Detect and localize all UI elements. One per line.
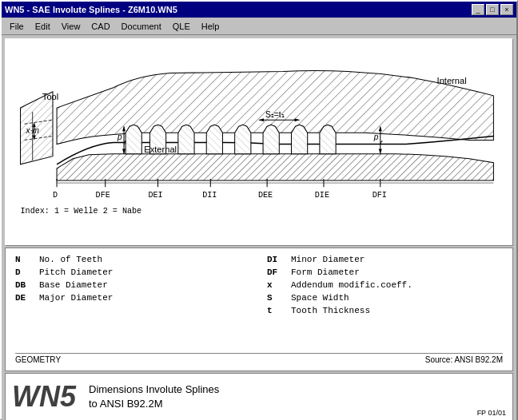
menu-qle[interactable]: QLE [168,21,195,32]
legend-desc-d: Pitch Diameter [39,267,251,277]
legend-sym-n: N [15,255,39,264]
legend-sym-df: DF [267,267,291,277]
legend-desc-x: Addendum modific.coeff. [291,280,503,290]
legend-desc-db: Base Diameter [39,280,251,290]
legend-row-t: t Tooth Thickness [267,306,503,315]
menu-file[interactable]: File [5,21,29,32]
svg-marker-13 [57,154,493,180]
legend-sym-x: x [267,280,291,290]
wn5-desc-line2: to ANSI B92.2M [89,397,219,411]
info-bar: WN5 Dimensions Involute Splines to ANSI … [5,373,513,420]
svg-text:Index:   1 = Welle   2 = Nabe: Index: 1 = Welle 2 = Nabe [21,207,142,216]
svg-text:p: p [117,133,122,141]
spline-diagram: x·m [6,39,512,245]
legend-panel: N No. of Teeth D Pitch Diameter DB Base … [5,248,513,371]
legend-sym-di: DI [267,255,291,264]
legend-row-n: N No. of Teeth [15,255,251,264]
legend-row-db: DB Base Diameter [15,280,251,290]
svg-text:x·m: x·m [26,126,39,135]
maximize-button[interactable]: □ [486,4,499,15]
menu-view[interactable]: View [57,21,86,32]
menu-edit[interactable]: Edit [30,21,55,32]
legend-content: N No. of Teeth D Pitch Diameter DB Base … [15,255,503,319]
svg-text:S₂=t₁: S₂=t₁ [265,110,284,119]
content-area: x·m [2,35,516,420]
legend-footer: GEOMETRY Source: ANSI B92.2M [15,353,503,364]
svg-text:DFE: DFE [96,191,110,200]
legend-sym-de: DE [15,293,39,303]
menu-document[interactable]: Document [117,21,166,32]
wn5-description: Dimensions Involute Splines to ANSI B92.… [89,382,219,411]
main-window: WN5 - SAE Involute Splines - Z6M10.WN5 _… [0,0,518,420]
legend-row-df: DF Form Diameter [267,267,503,277]
window-controls: _ □ × [472,4,513,15]
fp-label: FP 01/01 [477,409,506,417]
legend-sym-d: D [15,267,39,277]
legend-desc-di: Minor Diameter [291,255,503,264]
legend-desc-de: Major Diameter [39,293,251,303]
legend-sym-s: S [267,293,291,303]
legend-desc-df: Form Diameter [291,267,503,277]
wn5-desc-line1: Dimensions Involute Splines [89,382,219,397]
svg-text:Tool: Tool [42,92,58,101]
wn5-label: WN5 [12,382,76,411]
svg-text:DIE: DIE [315,191,329,200]
close-button[interactable]: × [500,4,513,15]
svg-text:D: D [53,191,58,200]
legend-desc-s: Space Width [291,293,503,303]
footer-source: Source: ANSI B92.2M [425,355,503,364]
menu-cad[interactable]: CAD [86,21,114,32]
svg-text:DFI: DFI [373,191,387,200]
svg-text:Internal: Internal [437,76,467,85]
minimize-button[interactable]: _ [472,4,484,15]
legend-sym-db: DB [15,280,39,290]
legend-left: N No. of Teeth D Pitch Diameter DB Base … [15,255,251,319]
diagram-panel: x·m [5,38,513,246]
menu-bar: File Edit View CAD Document QLE Help [2,18,516,35]
title-bar: WN5 - SAE Involute Splines - Z6M10.WN5 _… [2,2,516,18]
svg-text:External: External [144,145,177,154]
legend-row-d: D Pitch Diameter [15,267,251,277]
svg-text:p: p [373,133,379,141]
legend-row-de: DE Major Diameter [15,293,251,303]
legend-desc-t: Tooth Thickness [291,306,503,315]
legend-sym-t: t [267,306,291,315]
legend-desc-n: No. of Teeth [39,255,251,264]
legend-row-x: x Addendum modific.coeff. [267,280,503,290]
footer-geometry: GEOMETRY [15,355,61,364]
legend-right: DI Minor Diameter DF Form Diameter x Add… [267,255,503,319]
svg-text:DEI: DEI [148,191,162,200]
window-title: WN5 - SAE Involute Splines - Z6M10.WN5 [5,5,177,14]
legend-row-s: S Space Width [267,293,503,303]
svg-text:DEE: DEE [258,191,273,200]
menu-help[interactable]: Help [197,21,225,32]
legend-row-di: DI Minor Diameter [267,255,503,264]
svg-text:DII: DII [202,191,217,200]
